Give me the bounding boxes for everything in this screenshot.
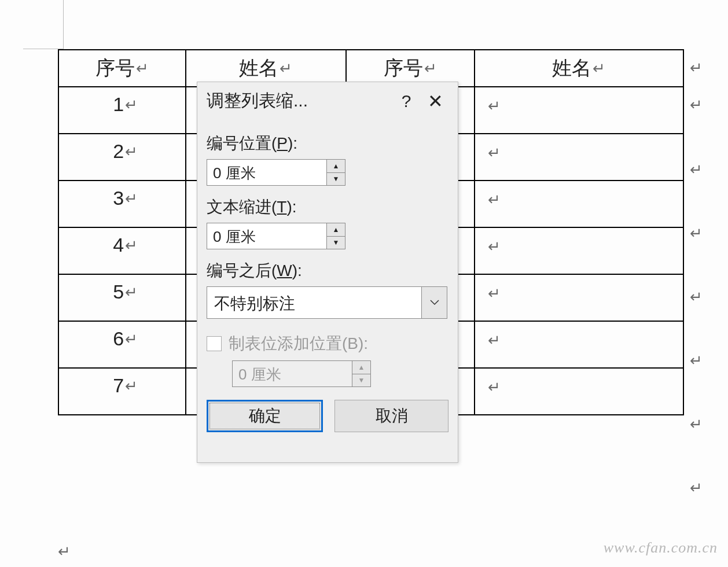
tab-stop-checkbox[interactable] — [207, 336, 222, 351]
adjust-list-indent-dialog: 调整列表缩... ? ✕ 编号位置(P): 0 厘米 ▲ ▼ 文本缩进(T): … — [197, 82, 458, 463]
return-icon: ↵ — [488, 332, 501, 349]
return-icon: ↵ — [690, 479, 703, 497]
table-cell[interactable]: 7↵ — [58, 368, 186, 415]
dialog-titlebar[interactable]: 调整列表缩... ? ✕ — [197, 82, 458, 119]
spinner-down-icon: ▼ — [352, 374, 370, 387]
return-icon: ↵ — [488, 191, 501, 208]
text-indent-value[interactable]: 0 厘米 — [207, 223, 326, 249]
number-position-spinner[interactable]: 0 厘米 ▲ ▼ — [207, 159, 345, 186]
help-button[interactable]: ? — [392, 91, 421, 111]
return-icon: ↵ — [690, 59, 703, 77]
table-cell[interactable]: ↵ — [475, 368, 683, 415]
spinner-down-icon[interactable]: ▼ — [327, 237, 345, 249]
after-number-label: 编号之后(W): — [207, 260, 448, 282]
cancel-button[interactable]: 取消 — [334, 400, 448, 432]
table-cell[interactable]: ↵ — [475, 227, 683, 274]
chevron-down-icon[interactable] — [421, 287, 447, 318]
tab-stop-checkbox-row: 制表位添加位置(B): — [207, 333, 448, 355]
spinner-up-icon: ▲ — [352, 361, 370, 374]
spinner-buttons: ▲ ▼ — [326, 223, 345, 249]
table-cell[interactable]: 6↵ — [58, 321, 186, 368]
tab-stop-label: 制表位添加位置(B): — [229, 333, 368, 355]
table-cell[interactable]: ↵ — [475, 274, 683, 321]
table-cell[interactable]: ↵ — [475, 87, 683, 134]
header-cell: 姓名↵ — [475, 50, 683, 87]
return-icon: ↵ — [125, 190, 138, 208]
spinner-up-icon[interactable]: ▲ — [327, 223, 345, 237]
return-icon: ↵ — [488, 378, 501, 396]
table-cell[interactable]: 1↵ — [58, 87, 186, 134]
table-cell[interactable]: ↵ — [475, 321, 683, 368]
return-icon: ↵ — [136, 60, 149, 78]
return-icon: ↵ — [125, 96, 138, 114]
dialog-buttons: 确定 取消 — [197, 387, 458, 441]
return-icon: ↵ — [125, 284, 138, 301]
text-indent-spinner[interactable]: 0 厘米 ▲ ▼ — [207, 223, 345, 249]
return-icon: ↵ — [125, 330, 138, 348]
return-icon: ↵ — [690, 96, 703, 114]
return-icon: ↵ — [280, 60, 292, 78]
tab-stop-spinner: 0 厘米 ▲ ▼ — [232, 360, 371, 387]
close-button[interactable]: ✕ — [421, 90, 450, 112]
spinner-buttons: ▲ ▼ — [352, 361, 370, 386]
ok-button[interactable]: 确定 — [207, 400, 323, 432]
table-cell[interactable]: 5↵ — [58, 274, 186, 321]
spinner-down-icon[interactable]: ▼ — [327, 173, 345, 186]
header-cell: 序号↵ — [58, 50, 186, 87]
after-number-value: 不特别标注 — [207, 287, 421, 318]
ruler-corner — [23, 0, 64, 49]
table-cell[interactable]: ↵ — [475, 134, 683, 181]
return-icon: ↵ — [690, 161, 703, 179]
table-cell[interactable]: 4↵ — [58, 227, 186, 274]
return-icon: ↵ — [690, 224, 703, 242]
table-cell[interactable]: 3↵ — [58, 181, 186, 227]
return-icon: ↵ — [424, 60, 437, 78]
number-position-value[interactable]: 0 厘米 — [207, 160, 326, 185]
return-icon: ↵ — [690, 415, 703, 433]
spinner-buttons: ▲ ▼ — [326, 160, 345, 185]
text-indent-label: 文本缩进(T): — [207, 196, 448, 218]
number-position-label: 编号位置(P): — [207, 132, 448, 154]
return-icon: ↵ — [125, 377, 138, 395]
return-icon: ↵ — [593, 60, 605, 78]
dialog-body: 编号位置(P): 0 厘米 ▲ ▼ 文本缩进(T): 0 厘米 ▲ ▼ 编号之后… — [197, 119, 458, 387]
table-cell[interactable]: ↵ — [475, 181, 683, 227]
after-number-combo[interactable]: 不特别标注 — [207, 286, 447, 319]
return-icon: ↵ — [125, 237, 138, 255]
return-icon: ↵ — [690, 352, 703, 370]
dialog-title: 调整列表缩... — [207, 89, 392, 113]
return-icon: ↵ — [488, 144, 501, 161]
return-icon: ↵ — [690, 288, 703, 306]
return-icon: ↵ — [488, 285, 501, 302]
spinner-up-icon[interactable]: ▲ — [327, 160, 345, 173]
tab-stop-value: 0 厘米 — [233, 361, 352, 386]
return-icon: ↵ — [488, 238, 501, 255]
table-cell[interactable]: 2↵ — [58, 134, 186, 181]
return-icon: ↵ — [125, 143, 138, 161]
return-icon: ↵ — [488, 97, 501, 115]
return-icon: ↵ — [58, 543, 71, 561]
watermark: www.cfan.com.cn — [604, 539, 718, 557]
